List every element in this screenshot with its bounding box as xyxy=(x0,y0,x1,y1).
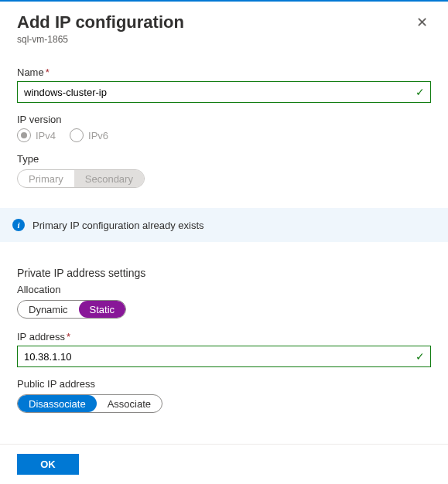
ipv4-radio: IPv4 xyxy=(17,128,56,142)
allocation-label: Allocation xyxy=(17,284,431,295)
ipv6-radio: IPv6 xyxy=(70,128,108,142)
info-banner: i Primary IP configuration already exist… xyxy=(0,208,448,242)
radio-icon xyxy=(70,128,84,142)
name-label: Name* xyxy=(17,66,431,78)
type-secondary: Secondary xyxy=(74,170,144,187)
public-ip-toggle[interactable]: Disassociate Associate xyxy=(17,394,162,413)
checkmark-icon: ✓ xyxy=(416,86,425,98)
info-icon: i xyxy=(12,219,25,231)
public-ip-disassociate[interactable]: Disassociate xyxy=(18,395,97,412)
panel-title: Add IP configuration xyxy=(17,12,184,32)
ok-button[interactable]: OK xyxy=(17,454,79,475)
close-icon[interactable]: ✕ xyxy=(413,12,431,32)
private-ip-section-title: Private IP address settings xyxy=(17,267,431,279)
allocation-dynamic[interactable]: Dynamic xyxy=(18,301,79,318)
info-message: Primary IP configuration already exists xyxy=(32,220,204,231)
ip-version-label: IP version xyxy=(17,114,431,125)
allocation-static[interactable]: Static xyxy=(79,301,126,318)
public-ip-label: Public IP address xyxy=(17,378,431,390)
type-toggle: Primary Secondary xyxy=(17,169,145,188)
name-input[interactable] xyxy=(17,81,431,103)
type-primary: Primary xyxy=(18,170,74,187)
ip-address-input[interactable] xyxy=(17,346,431,367)
ip-address-label: IP address* xyxy=(17,331,431,343)
public-ip-associate[interactable]: Associate xyxy=(97,395,162,412)
allocation-toggle[interactable]: Dynamic Static xyxy=(17,300,126,319)
panel-subtitle: sql-vm-1865 xyxy=(17,34,431,45)
radio-selected-icon xyxy=(17,128,31,142)
type-label: Type xyxy=(17,153,431,165)
checkmark-icon: ✓ xyxy=(416,350,425,363)
